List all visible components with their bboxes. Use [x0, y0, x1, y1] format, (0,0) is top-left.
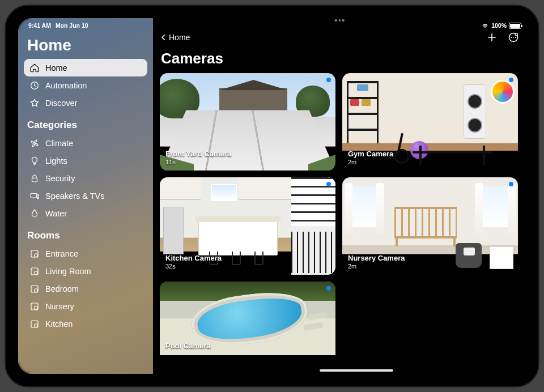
svg-point-1	[34, 142, 36, 144]
svg-rect-7	[35, 254, 37, 257]
sidebar-item-climate[interactable]: Climate	[24, 134, 147, 152]
svg-rect-13	[35, 306, 37, 309]
live-indicator-icon	[326, 78, 331, 82]
ipad-frame: 9:41 AM Mon Jun 10 Home Home Automation …	[5, 5, 539, 387]
live-indicator-icon	[326, 286, 331, 291]
sidebar-item-lights[interactable]: Lights	[24, 152, 147, 169]
room-icon	[29, 249, 40, 259]
tv-speaker-icon	[29, 191, 40, 201]
sidebar-item-automation[interactable]: Automation	[24, 76, 147, 94]
camera-name: Pool Camera	[165, 342, 210, 350]
sidebar-item-label: Lights	[45, 156, 67, 165]
clock-icon	[29, 80, 40, 91]
wifi-icon	[481, 23, 489, 28]
sidebar-item-label: Speakers & TVs	[45, 191, 105, 201]
chevron-left-icon	[160, 33, 168, 41]
sidebar-categories: Climate Lights Security Speakers & TVs W…	[24, 134, 147, 222]
multitask-dots-icon[interactable]	[335, 19, 345, 22]
svg-rect-4	[37, 194, 39, 199]
sidebar-section-categories: Categories	[24, 112, 147, 134]
fan-icon	[29, 138, 40, 148]
sidebar-item-entrance[interactable]: Entrance	[24, 245, 147, 262]
sidebar-item-label: Water	[45, 209, 67, 218]
add-button[interactable]	[486, 32, 498, 43]
star-icon	[29, 98, 40, 108]
main-content: 100% Home Cameras	[153, 18, 526, 374]
sidebar-item-security[interactable]: Security	[24, 169, 147, 187]
room-icon	[29, 284, 40, 294]
battery-percent: 100%	[491, 22, 507, 29]
screen: 9:41 AM Mon Jun 10 Home Home Automation …	[18, 18, 526, 374]
drop-icon	[29, 208, 40, 219]
sidebar-item-discover[interactable]: Discover	[24, 94, 147, 112]
camera-label: Pool Camera	[165, 342, 210, 351]
camera-label: Gym Camera 2m	[348, 150, 393, 166]
camera-timestamp: 32s	[165, 263, 222, 270]
camera-timestamp: 11s	[165, 159, 231, 166]
bulb-icon	[29, 156, 40, 166]
sidebar-item-label: Entrance	[45, 249, 78, 258]
page-title: Cameras	[160, 46, 519, 73]
room-icon	[29, 319, 40, 329]
battery-icon	[509, 23, 521, 29]
sidebar-item-bedroom[interactable]: Bedroom	[24, 280, 147, 297]
back-label: Home	[169, 33, 190, 42]
svg-point-5	[37, 197, 39, 198]
svg-rect-11	[35, 289, 37, 292]
camera-card-gym[interactable]: Gym Camera 2m	[342, 73, 518, 171]
room-icon	[29, 266, 40, 276]
camera-name: Kitchen Camera	[165, 254, 222, 262]
status-date: Mon Jun 10	[56, 22, 88, 29]
navigation-bar: Home	[160, 28, 519, 46]
svg-rect-2	[32, 178, 37, 182]
sidebar-item-speakers-tvs[interactable]: Speakers & TVs	[24, 187, 147, 204]
camera-timestamp: 2m	[348, 159, 393, 166]
svg-point-17	[511, 37, 512, 38]
back-button[interactable]: Home	[160, 33, 190, 42]
more-button[interactable]	[508, 32, 519, 43]
sidebar: 9:41 AM Mon Jun 10 Home Home Automation …	[18, 18, 153, 374]
sidebar-section-rooms: Rooms	[24, 222, 147, 245]
sidebar-item-label: Climate	[45, 139, 73, 148]
camera-label: Nursery Camera 2m	[348, 254, 405, 270]
sidebar-item-label: Home	[45, 63, 67, 73]
camera-name: Gym Camera	[348, 150, 393, 158]
header-actions	[486, 32, 519, 43]
camera-card-nursery[interactable]: Nursery Camera 2m	[342, 177, 518, 275]
camera-name: Nursery Camera	[348, 254, 405, 262]
sidebar-item-label: Bedroom	[45, 284, 79, 293]
sidebar-item-home[interactable]: Home	[24, 59, 147, 76]
sidebar-item-label: Living Room	[45, 267, 91, 276]
live-indicator-icon	[326, 182, 331, 186]
house-icon	[29, 63, 40, 73]
room-icon	[29, 301, 40, 312]
svg-rect-3	[31, 193, 37, 198]
sidebar-item-label: Nursery	[45, 302, 74, 311]
cameras-grid: Front Yard Camera 11s Gym Camera 2m	[160, 73, 519, 355]
svg-rect-15	[35, 324, 37, 327]
live-indicator-icon	[509, 78, 513, 82]
camera-label: Front Yard Camera 11s	[165, 150, 231, 166]
home-indicator[interactable]	[320, 369, 393, 372]
sidebar-item-living-room[interactable]: Living Room	[24, 262, 147, 280]
sidebar-item-label: Kitchen	[45, 319, 73, 329]
sidebar-rooms: Entrance Living Room Bedroom Nursery Kit…	[24, 245, 147, 333]
sidebar-item-label: Discover	[45, 99, 77, 108]
sidebar-item-kitchen[interactable]: Kitchen	[24, 315, 147, 333]
app-title: Home	[24, 29, 147, 59]
camera-card-front-yard[interactable]: Front Yard Camera 11s	[160, 73, 335, 171]
status-bar-right: 100%	[481, 20, 521, 31]
live-indicator-icon	[509, 182, 513, 186]
sidebar-item-label: Automation	[45, 81, 87, 90]
sidebar-item-label: Security	[45, 174, 75, 183]
camera-card-pool[interactable]: Pool Camera	[160, 282, 335, 355]
sidebar-item-nursery[interactable]: Nursery	[24, 297, 147, 315]
camera-card-kitchen[interactable]: Kitchen Camera 32s	[160, 177, 335, 275]
sidebar-item-water[interactable]: Water	[24, 204, 147, 222]
lock-icon	[29, 173, 40, 184]
camera-label: Kitchen Camera 32s	[165, 254, 222, 270]
sidebar-nav: Home Automation Discover	[24, 59, 147, 112]
status-time: 9:41 AM	[28, 22, 51, 29]
status-bar-left: 9:41 AM Mon Jun 10	[24, 19, 147, 29]
camera-timestamp: 2m	[348, 263, 405, 270]
